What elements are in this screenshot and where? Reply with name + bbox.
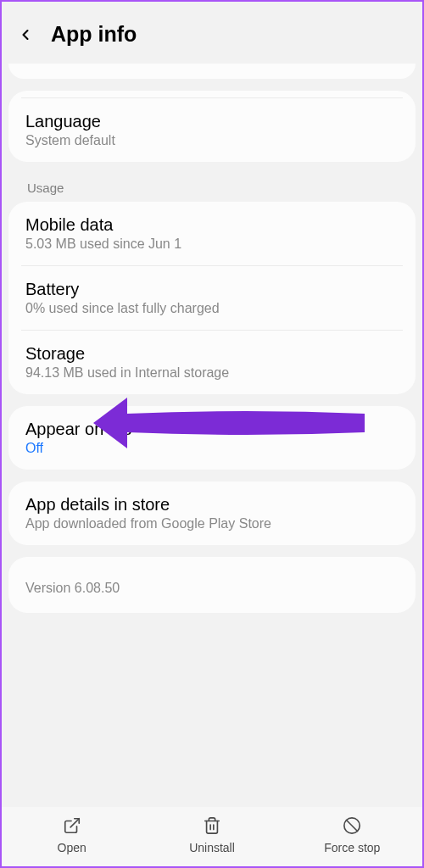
row-storage[interactable]: Storage 94.13 MB used in Internal storag… [8, 331, 416, 394]
card-usage: Mobile data 5.03 MB used since Jun 1 Bat… [8, 202, 416, 394]
row-title-storage: Storage [25, 344, 399, 364]
row-sub-appear-on-top: Off [25, 441, 399, 456]
row-battery[interactable]: Battery 0% used since last fully charged [8, 266, 416, 330]
bottom-bar: Open Uninstall Force stop [2, 807, 422, 866]
row-sub-language: System default [25, 133, 399, 148]
row-title-app-details: App details in store [25, 495, 399, 515]
header: App info [2, 2, 422, 64]
row-sub-app-details: App downloaded from Google Play Store [25, 516, 399, 531]
row-language[interactable]: Language System default [8, 98, 416, 162]
row-mobile-data[interactable]: Mobile data 5.03 MB used since Jun 1 [8, 202, 416, 265]
section-label-usage: Usage [8, 174, 416, 202]
svg-line-0 [70, 819, 79, 827]
card-version: Version 6.08.50 [8, 557, 416, 613]
card-app-details: App details in store App downloaded from… [8, 481, 416, 545]
card-language: Language System default [8, 91, 416, 162]
stop-icon [342, 815, 362, 836]
row-title-appear-on-top: Appear on top [25, 420, 399, 439]
force-stop-button[interactable]: Force stop [282, 815, 422, 854]
row-appear-on-top[interactable]: Appear on top Off [8, 406, 416, 470]
row-title-battery: Battery [25, 280, 399, 299]
force-stop-label: Force stop [324, 841, 380, 854]
open-icon [62, 815, 82, 836]
card-previous-clipped [8, 64, 416, 79]
card-appear-on-top: Appear on top Off [8, 406, 416, 470]
version-text: Version 6.08.50 [25, 581, 399, 596]
svg-line-4 [347, 821, 358, 832]
row-sub-battery: 0% used since last fully charged [25, 301, 399, 316]
row-title-mobile-data: Mobile data [25, 215, 399, 235]
uninstall-label: Uninstall [189, 841, 235, 854]
page-title: App info [51, 22, 137, 47]
back-icon[interactable] [15, 25, 36, 45]
row-app-details[interactable]: App details in store App downloaded from… [8, 481, 416, 545]
row-sub-storage: 94.13 MB used in Internal storage [25, 365, 399, 381]
uninstall-button[interactable]: Uninstall [142, 815, 282, 854]
open-label: Open [58, 841, 86, 854]
open-button[interactable]: Open [2, 815, 142, 854]
trash-icon [202, 815, 222, 836]
row-title-language: Language [25, 112, 399, 131]
row-sub-mobile-data: 5.03 MB used since Jun 1 [25, 236, 399, 252]
content-scroll[interactable]: Language System default Usage Mobile dat… [2, 64, 422, 807]
